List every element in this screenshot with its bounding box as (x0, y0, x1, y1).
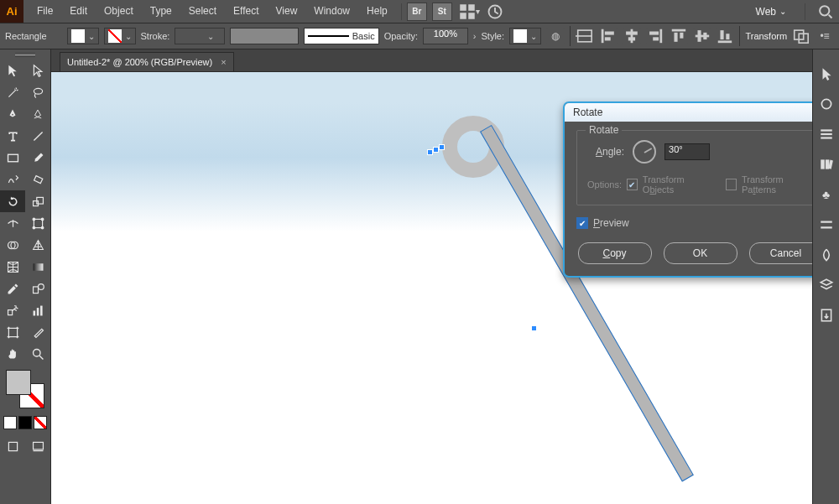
bridge-button[interactable]: Br (407, 3, 427, 21)
svg-rect-49 (36, 308, 39, 315)
slice-tool[interactable] (25, 321, 50, 343)
menu-type[interactable]: Type (142, 0, 180, 23)
menu-select[interactable]: Select (180, 0, 225, 23)
shaper-tool[interactable] (0, 169, 25, 190)
angle-dial[interactable] (633, 140, 656, 164)
asset-export-panel-icon[interactable] (819, 308, 834, 323)
opacity-value[interactable]: 100% (423, 28, 468, 44)
selection-tool[interactable] (0, 60, 25, 81)
align-left-icon[interactable] (599, 28, 618, 44)
gradient-tool[interactable] (25, 256, 50, 278)
eraser-tool[interactable] (25, 169, 50, 190)
free-transform-tool[interactable] (25, 212, 50, 234)
align-center-h-icon[interactable] (623, 28, 641, 44)
menu-window[interactable]: Window (305, 0, 358, 23)
screen-mode-icon[interactable] (25, 435, 50, 457)
rectangle-tool[interactable] (0, 147, 25, 169)
align-top-icon[interactable] (670, 28, 688, 44)
color-panel-icon[interactable] (819, 96, 834, 112)
workspace-switcher[interactable]: Web ⌄ (749, 3, 793, 20)
type-tool[interactable] (0, 125, 25, 147)
toolbox (0, 49, 51, 504)
layers-panel-icon[interactable] (819, 278, 834, 293)
preview-checkbox[interactable] (576, 217, 588, 229)
canvas[interactable]: Rotate Rotate Angle: 30° Options: Transf… (51, 72, 812, 504)
cancel-button[interactable]: Cancel (749, 242, 813, 264)
none-fill-mode[interactable] (34, 416, 47, 429)
symbol-sprayer-tool[interactable] (0, 299, 25, 321)
search-icon[interactable] (817, 3, 834, 20)
align-center-v-icon[interactable] (693, 28, 711, 44)
swatches-panel-icon[interactable]: ♣ (819, 187, 834, 202)
dialog-titlebar[interactable]: Rotate (565, 103, 812, 122)
hand-tool[interactable] (0, 343, 25, 365)
stroke-color-dropdown[interactable] (104, 28, 136, 44)
fill-stroke-indicator[interactable] (0, 365, 50, 413)
curvature-tool[interactable] (25, 103, 50, 125)
gradient-fill-mode[interactable] (18, 416, 32, 429)
align-bottom-icon[interactable] (716, 28, 734, 44)
shape-builder-tool[interactable] (0, 234, 25, 256)
close-tab-icon[interactable]: × (221, 57, 226, 67)
isolate-icon[interactable] (792, 28, 810, 44)
ok-button[interactable]: OK (664, 242, 737, 264)
graphic-style-dropdown[interactable] (509, 28, 541, 44)
width-tool[interactable] (0, 212, 25, 234)
fill-indicator[interactable] (6, 370, 31, 395)
menu-effect[interactable]: Effect (225, 0, 267, 23)
menu-help[interactable]: Help (358, 0, 396, 23)
scale-tool[interactable] (25, 190, 50, 212)
stroke-panel-icon[interactable] (819, 127, 834, 142)
svg-rect-2 (460, 13, 466, 19)
transform-label[interactable]: Transform (745, 31, 787, 41)
arrange-documents-icon[interactable] (459, 3, 476, 20)
paintbrush-tool[interactable] (25, 147, 50, 169)
rotate-tool[interactable] (0, 190, 25, 212)
brush-definition-dropdown[interactable]: Basic (304, 28, 379, 44)
stock-button[interactable]: St (432, 3, 452, 21)
blend-tool[interactable] (25, 278, 50, 299)
toolbox-grip[interactable] (0, 49, 50, 60)
menu-edit[interactable]: Edit (61, 0, 96, 23)
direct-selection-tool[interactable] (25, 60, 50, 81)
eyedropper-tool[interactable] (0, 278, 25, 299)
document-tab[interactable]: Untitled-2* @ 200% (RGB/Preview) × (60, 52, 234, 71)
line-segment-tool[interactable] (25, 125, 50, 147)
draw-mode-icon[interactable] (0, 435, 25, 457)
lasso-tool[interactable] (25, 81, 50, 103)
symbols-panel-icon[interactable] (819, 247, 834, 262)
menu-file[interactable]: File (29, 0, 61, 23)
fill-dropdown[interactable] (67, 28, 99, 44)
selection-anchor[interactable] (427, 149, 433, 155)
gpu-performance-icon[interactable] (487, 3, 503, 20)
variable-width-dropdown[interactable] (230, 28, 299, 44)
stroke-weight-dropdown[interactable] (175, 28, 225, 44)
color-fill-mode[interactable] (3, 416, 17, 429)
options-icon[interactable]: •≡ (816, 28, 834, 44)
opacity-more-icon[interactable]: › (473, 31, 477, 41)
menu-view[interactable]: View (268, 0, 306, 23)
zoom-tool[interactable] (25, 343, 50, 365)
artboard-tool[interactable] (0, 321, 25, 343)
menu-object[interactable]: Object (96, 0, 142, 23)
magic-wand-tool[interactable] (0, 81, 25, 103)
copy-button[interactable]: Copy (578, 242, 652, 264)
column-graph-tool[interactable] (25, 299, 50, 321)
properties-panel-icon[interactable] (819, 66, 834, 81)
selection-anchor[interactable] (531, 325, 537, 331)
selection-anchor[interactable] (439, 144, 445, 150)
mesh-tool[interactable] (0, 256, 25, 278)
angle-input[interactable]: 30° (664, 143, 710, 160)
pen-tool[interactable] (0, 103, 25, 125)
transform-objects-checkbox[interactable] (627, 179, 638, 190)
dialog-body: Rotate Angle: 30° Options: Transform Obj… (565, 122, 812, 276)
selection-center[interactable] (433, 147, 439, 153)
recolor-artwork-icon[interactable]: ◍ (546, 28, 565, 44)
libraries-panel-icon[interactable] (819, 157, 834, 172)
perspective-grid-tool[interactable] (25, 234, 50, 256)
transform-patterns-checkbox[interactable] (726, 179, 737, 190)
align-right-icon[interactable] (646, 28, 664, 44)
brushes-panel-icon[interactable] (819, 217, 834, 232)
align-panel-icon[interactable] (576, 28, 594, 44)
svg-rect-3 (468, 13, 475, 19)
